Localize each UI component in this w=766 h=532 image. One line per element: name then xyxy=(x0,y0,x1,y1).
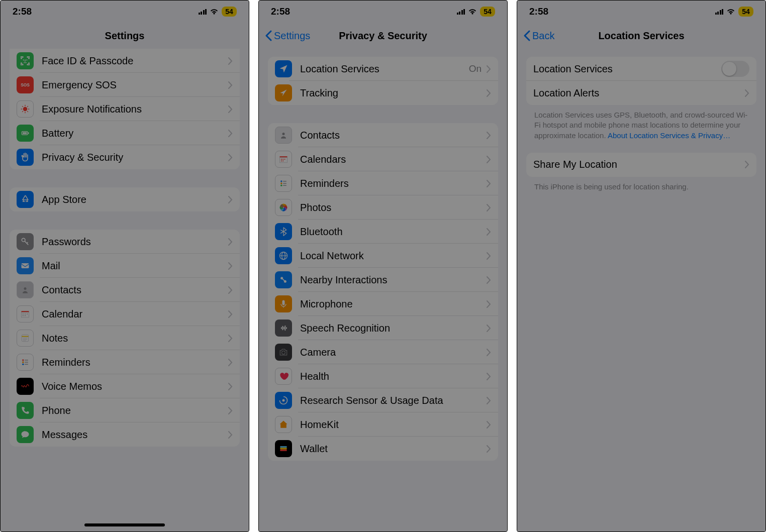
location-services-toggle-row[interactable]: Location Services xyxy=(526,57,756,81)
settings-group-3: Passwords Mail Contacts Calendar Notes R… xyxy=(10,230,240,447)
svg-point-28 xyxy=(22,359,24,361)
location-alerts-row[interactable]: Location Alerts xyxy=(526,81,756,105)
settings-row-health[interactable]: Health xyxy=(268,364,498,388)
homekit-icon xyxy=(275,416,292,433)
privacy-security-screen: 2:58 54 Settings Privacy & Security Loca… xyxy=(258,0,508,532)
settings-row-research[interactable]: Research Sensor & Usage Data xyxy=(268,388,498,412)
back-button[interactable]: Back xyxy=(523,30,554,42)
settings-row-location[interactable]: Location Services On xyxy=(268,57,498,81)
battery-level: 54 xyxy=(222,7,237,17)
settings-row-appstore[interactable]: App Store xyxy=(10,187,240,211)
chevron-right-icon xyxy=(228,359,233,366)
settings-row-tracking[interactable]: Tracking xyxy=(268,81,498,105)
battery-icon xyxy=(17,125,34,142)
settings-row-camera[interactable]: Camera xyxy=(268,340,498,364)
settings-row-phone[interactable]: Phone xyxy=(10,398,240,422)
settings-row-exposure[interactable]: Exposure Notifications xyxy=(10,97,240,121)
svg-point-21 xyxy=(23,315,24,316)
chevron-right-icon xyxy=(228,57,233,65)
svg-point-18 xyxy=(23,313,24,314)
settings-row-speech[interactable]: Speech Recognition xyxy=(268,316,498,340)
home-indicator[interactable] xyxy=(84,523,165,526)
settings-row-contacts[interactable]: Contacts xyxy=(10,278,240,302)
settings-row-bluetooth[interactable]: Bluetooth xyxy=(268,220,498,244)
settings-row-battery[interactable]: Battery xyxy=(10,121,240,145)
row-label: Health xyxy=(300,371,487,382)
svg-rect-66 xyxy=(286,327,287,329)
svg-point-68 xyxy=(282,399,285,402)
row-label: Notes xyxy=(42,333,228,344)
row-label: Exposure Notifications xyxy=(42,103,228,115)
settings-row-key[interactable]: Passwords xyxy=(10,230,240,254)
svg-rect-39 xyxy=(284,159,285,160)
chevron-right-icon xyxy=(228,105,233,113)
location-group-1: Location Services Location Alerts xyxy=(526,57,756,105)
row-label: Microphone xyxy=(300,298,487,310)
row-label: Calendars xyxy=(300,154,487,165)
reminders-icon xyxy=(17,354,34,371)
svg-rect-14 xyxy=(22,263,29,268)
status-time: 2:58 xyxy=(529,6,548,17)
chevron-right-icon xyxy=(228,310,233,318)
settings-row-voicememos[interactable]: Voice Memos xyxy=(10,374,240,398)
settings-row-messages[interactable]: Messages xyxy=(10,422,240,447)
chevron-right-icon xyxy=(228,262,233,270)
reminders2-icon xyxy=(275,175,292,192)
back-label: Settings xyxy=(274,30,310,42)
svg-rect-40 xyxy=(281,161,282,162)
settings-row-homekit[interactable]: HomeKit xyxy=(268,412,498,437)
chevron-right-icon xyxy=(487,156,491,163)
settings-row-globe[interactable]: Local Network xyxy=(268,244,498,268)
settings-row-wallet[interactable]: Wallet xyxy=(268,437,498,461)
chevron-right-icon xyxy=(487,228,491,236)
chevron-right-icon xyxy=(487,373,491,380)
settings-row-reminders2[interactable]: Reminders xyxy=(268,171,498,195)
page-title: Location Services xyxy=(598,30,684,42)
row-label: Voice Memos xyxy=(42,381,228,392)
svg-point-1 xyxy=(23,107,27,111)
location-services-toggle[interactable] xyxy=(721,61,749,77)
row-label: HomeKit xyxy=(300,419,487,431)
row-label: Messages xyxy=(42,429,228,441)
settings-row-hand[interactable]: Privacy & Security xyxy=(10,145,240,169)
cellular-signal-icon xyxy=(715,9,724,15)
chevron-right-icon xyxy=(487,421,491,429)
settings-row-nearby[interactable]: Nearby Interactions xyxy=(268,268,498,292)
row-label: Location Services xyxy=(300,63,469,75)
chevron-right-icon xyxy=(228,81,233,89)
about-privacy-link[interactable]: About Location Services & Privacy… xyxy=(608,131,730,140)
row-label: Speech Recognition xyxy=(300,323,487,334)
cellular-signal-icon xyxy=(199,9,207,15)
settings-row-mic[interactable]: Microphone xyxy=(268,292,498,316)
share-my-location-row[interactable]: Share My Location xyxy=(526,153,756,177)
chevron-right-icon xyxy=(228,286,233,294)
status-bar: 2:58 54 xyxy=(259,1,507,23)
chevron-right-icon xyxy=(487,276,491,284)
row-label: Tracking xyxy=(300,87,487,99)
row-label: Calendar xyxy=(42,308,228,320)
calendars-icon xyxy=(275,151,292,168)
chevron-right-icon xyxy=(487,204,491,211)
settings-row-notes[interactable]: Notes xyxy=(10,326,240,350)
contacts-icon xyxy=(17,281,34,298)
back-button[interactable]: Settings xyxy=(265,30,310,42)
settings-row-calendar[interactable]: Calendar xyxy=(10,302,240,326)
page-title: Privacy & Security xyxy=(339,30,427,42)
svg-rect-36 xyxy=(280,158,288,163)
settings-row-faceid[interactable]: Face ID & Passcode xyxy=(10,49,240,73)
row-label: Wallet xyxy=(300,443,487,455)
settings-row-contacts2[interactable]: Contacts xyxy=(268,123,498,147)
battery-level: 54 xyxy=(738,7,753,17)
wifi-icon xyxy=(210,8,219,15)
svg-point-43 xyxy=(280,182,282,184)
settings-row-sos[interactable]: SOS Emergency SOS xyxy=(10,73,240,97)
location-icon xyxy=(275,60,292,77)
svg-text:SOS: SOS xyxy=(21,82,30,87)
settings-row-mail[interactable]: Mail xyxy=(10,254,240,278)
settings-row-photos[interactable]: Photos xyxy=(268,195,498,220)
settings-row-reminders[interactable]: Reminders xyxy=(10,350,240,374)
svg-point-42 xyxy=(280,180,282,182)
page-title: Settings xyxy=(105,30,145,42)
content: Location Services Location Alerts Locati… xyxy=(517,57,765,192)
settings-row-calendars[interactable]: Calendars xyxy=(268,147,498,171)
